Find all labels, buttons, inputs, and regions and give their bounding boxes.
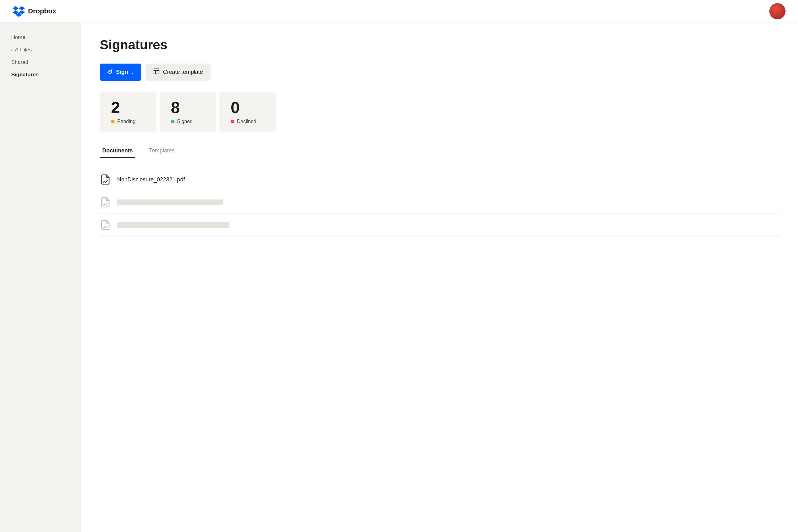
tabs: Documents Templates (100, 144, 779, 158)
sidebar-label-home: Home (11, 34, 25, 40)
pending-label: Pending (111, 119, 136, 125)
pending-count: 2 (111, 99, 120, 116)
document-list: NonDisclosure_022321.pdf (100, 168, 779, 236)
sidebar-item-signatures[interactable]: Signatures (0, 69, 81, 81)
sidebar-label-all-files: All files (15, 47, 32, 53)
sidebar-label-shared: Shared (11, 59, 28, 65)
tab-templates[interactable]: Templates (147, 144, 177, 158)
app-name: Dropbox (28, 7, 56, 15)
dropbox-logo-icon (13, 4, 25, 18)
svg-rect-0 (154, 69, 159, 74)
sidebar-item-home[interactable]: Home (0, 31, 81, 44)
template-icon (153, 68, 160, 76)
declined-count: 0 (231, 99, 240, 116)
tab-documents[interactable]: Documents (100, 144, 135, 158)
document-name-placeholder (117, 200, 223, 205)
document-item[interactable]: NonDisclosure_022321.pdf (100, 168, 779, 191)
avatar[interactable] (769, 3, 785, 19)
stat-signed: 8 Signed (159, 92, 216, 132)
sidebar-item-all-files[interactable]: › All files (0, 44, 81, 56)
declined-dot-icon (231, 120, 234, 124)
stats-row: 2 Pending 8 Signed 0 Declined (100, 92, 779, 132)
logo: Dropbox (13, 4, 56, 18)
document-name: NonDisclosure_022321.pdf (117, 176, 185, 183)
document-icon (100, 220, 111, 231)
sidebar-item-shared[interactable]: Shared (0, 56, 81, 69)
signed-dot-icon (171, 120, 174, 124)
chevron-right-icon: › (11, 48, 13, 52)
pending-dot-icon (111, 120, 115, 124)
sign-icon (107, 68, 113, 76)
declined-text: Declined (237, 119, 256, 125)
chevron-down-icon: ⌄ (131, 70, 134, 75)
header: Dropbox (0, 0, 798, 22)
document-icon (100, 174, 111, 185)
sign-button[interactable]: Sign ⌄ (100, 63, 141, 81)
sidebar-label-signatures: Signatures (11, 72, 39, 78)
declined-label: Declined (231, 119, 256, 125)
pending-text: Pending (117, 119, 136, 125)
main-content: Signatures Sign ⌄ (81, 22, 798, 532)
stat-pending: 2 Pending (100, 92, 156, 132)
signed-text: Signed (177, 119, 193, 125)
document-name-placeholder (117, 222, 229, 228)
sign-button-label: Sign (116, 69, 128, 75)
create-template-button[interactable]: Create template (146, 63, 210, 81)
document-item[interactable] (100, 191, 779, 214)
action-buttons: Sign ⌄ Create template (100, 63, 779, 81)
document-icon (100, 197, 111, 208)
page-title: Signatures (100, 37, 779, 52)
signed-count: 8 (171, 99, 180, 116)
sidebar: Home › All files Shared Signatures (0, 22, 81, 532)
signed-label: Signed (171, 119, 193, 125)
create-template-button-label: Create template (163, 69, 203, 75)
stat-declined: 0 Declined (220, 92, 276, 132)
document-item[interactable] (100, 214, 779, 236)
layout: Home › All files Shared Signatures Signa… (0, 22, 798, 532)
